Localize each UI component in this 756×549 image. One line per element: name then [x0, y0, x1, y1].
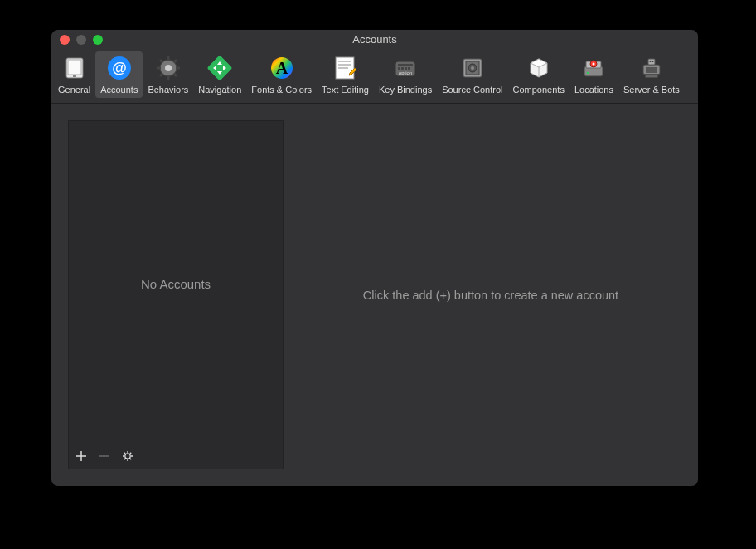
detail-empty-label: Click the add (+) button to create a new… — [363, 289, 618, 302]
empty-accounts-label: No Accounts — [141, 277, 211, 291]
accounts-icon: @ — [106, 55, 133, 81]
svg-line-13 — [173, 60, 177, 63]
svg-rect-1 — [68, 60, 81, 75]
source-control-icon — [459, 55, 486, 81]
tab-behaviors[interactable]: Behaviors — [143, 51, 193, 98]
svg-rect-40 — [646, 67, 657, 70]
svg-rect-2 — [73, 75, 76, 77]
fonts-colors-icon: A — [269, 55, 295, 81]
remove-account-button[interactable] — [97, 450, 112, 465]
svg-line-12 — [160, 74, 163, 77]
svg-rect-41 — [646, 70, 657, 73]
minus-icon — [99, 450, 110, 465]
tab-accounts[interactable]: @ Accounts — [95, 51, 143, 98]
tab-server-bots[interactable]: Server & Bots — [618, 51, 685, 98]
accounts-list-body: No Accounts — [69, 121, 283, 447]
locations-icon — [580, 55, 607, 81]
tab-navigation[interactable]: Navigation — [193, 51, 246, 98]
preferences-window: Accounts General @ Accounts Behaviors N — [51, 30, 698, 486]
svg-text:option: option — [399, 70, 412, 75]
gear-icon — [122, 450, 133, 465]
svg-rect-25 — [398, 67, 400, 70]
content-area: No Accounts — [51, 104, 698, 486]
add-account-button[interactable] — [74, 450, 89, 465]
plus-icon — [75, 450, 87, 465]
account-detail-panel: Click the add (+) button to create a new… — [300, 120, 681, 469]
text-editing-icon — [332, 55, 358, 81]
tab-label: Accounts — [100, 85, 138, 95]
titlebar: Accounts — [51, 30, 698, 48]
tab-fonts-colors[interactable]: A Fonts & Colors — [246, 51, 317, 98]
svg-rect-24 — [398, 64, 413, 66]
svg-point-33 — [471, 66, 474, 70]
svg-point-44 — [652, 61, 653, 62]
tab-label: Navigation — [198, 85, 241, 95]
minimize-icon[interactable] — [76, 35, 86, 45]
zoom-icon[interactable] — [93, 35, 103, 45]
tab-label: Key Bindings — [379, 85, 432, 95]
svg-rect-26 — [401, 67, 404, 70]
close-icon[interactable] — [60, 35, 70, 45]
svg-rect-28 — [408, 67, 410, 70]
accounts-list-footer — [69, 447, 283, 469]
tab-general[interactable]: General — [53, 51, 95, 98]
svg-point-38 — [587, 72, 589, 75]
accounts-list: No Accounts — [68, 120, 284, 469]
svg-line-54 — [124, 453, 125, 454]
svg-point-43 — [649, 61, 651, 62]
tab-label: Fonts & Colors — [251, 85, 312, 95]
tab-source-control[interactable]: Source Control — [437, 51, 507, 98]
general-icon — [61, 55, 88, 81]
tab-label: Components — [513, 85, 565, 95]
svg-point-37 — [593, 63, 595, 66]
svg-point-14 — [165, 65, 172, 71]
svg-text:@: @ — [112, 60, 127, 76]
tab-components[interactable]: Components — [508, 51, 569, 98]
svg-line-55 — [130, 459, 131, 459]
svg-point-49 — [125, 454, 130, 459]
svg-line-56 — [124, 459, 125, 459]
svg-rect-15 — [207, 55, 233, 80]
key-bindings-icon: option — [392, 55, 419, 81]
traffic-lights — [60, 35, 103, 45]
svg-rect-42 — [648, 59, 655, 65]
tab-label: Text Editing — [322, 85, 369, 95]
preferences-toolbar: General @ Accounts Behaviors Navigation — [51, 48, 698, 104]
tab-text-editing[interactable]: Text Editing — [317, 51, 374, 98]
navigation-icon — [206, 55, 233, 81]
svg-line-11 — [173, 74, 177, 77]
tab-label: Behaviors — [148, 85, 188, 95]
svg-line-10 — [160, 60, 163, 63]
svg-rect-45 — [645, 75, 658, 78]
behaviors-icon — [155, 55, 182, 81]
svg-text:A: A — [275, 59, 288, 77]
svg-line-57 — [130, 453, 131, 454]
tab-label: Server & Bots — [623, 85, 680, 95]
tab-label: Source Control — [442, 85, 502, 95]
server-bots-icon — [638, 55, 665, 81]
tab-label: Locations — [574, 85, 613, 95]
account-actions-button[interactable] — [120, 450, 135, 465]
svg-rect-27 — [405, 67, 407, 70]
components-icon — [526, 55, 552, 81]
tab-locations[interactable]: Locations — [569, 51, 618, 98]
window-title: Accounts — [51, 33, 698, 46]
tab-key-bindings[interactable]: option Key Bindings — [374, 51, 437, 98]
tab-label: General — [58, 85, 90, 95]
